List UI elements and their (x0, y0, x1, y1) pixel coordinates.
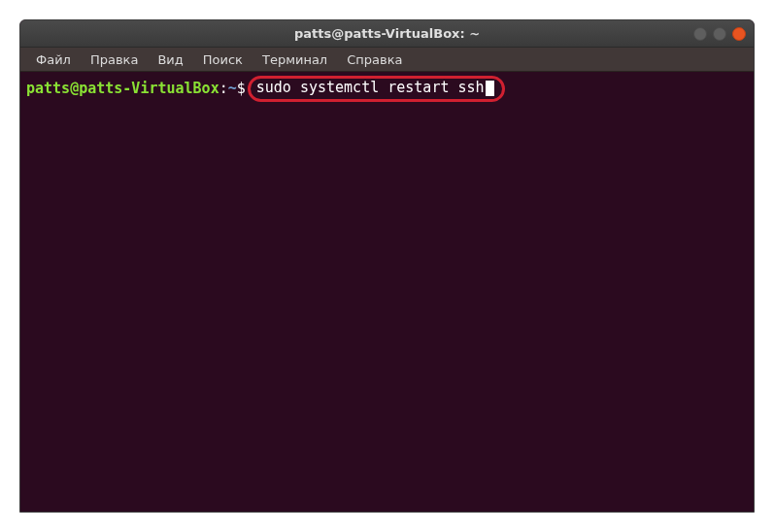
window-controls (693, 27, 746, 41)
menu-view[interactable]: Вид (150, 50, 190, 69)
menu-file[interactable]: Файл (28, 50, 79, 69)
prompt-colon: : (219, 80, 228, 99)
menubar: Файл Правка Вид Поиск Терминал Справка (20, 48, 754, 72)
prompt-dollar: $ (237, 80, 246, 99)
command-text: sudo systemctl restart ssh (256, 79, 485, 96)
prompt-line: patts@patts-VirtualBox:~$ sudo systemctl… (26, 76, 748, 102)
window-title: patts@patts-VirtualBox: ~ (294, 26, 480, 41)
menu-terminal[interactable]: Терминал (254, 50, 335, 69)
menu-search[interactable]: Поиск (195, 50, 251, 69)
minimize-button[interactable] (693, 27, 707, 41)
terminal-cursor (486, 81, 494, 96)
window-titlebar: patts@patts-VirtualBox: ~ (20, 20, 754, 48)
terminal-body[interactable]: patts@patts-VirtualBox:~$ sudo systemctl… (20, 72, 754, 512)
prompt-path: ~ (228, 80, 237, 99)
menu-edit[interactable]: Правка (83, 50, 146, 69)
command-highlight-annotation: sudo systemctl restart ssh (248, 76, 505, 102)
prompt-user: patts@patts-VirtualBox (26, 80, 219, 99)
menu-help[interactable]: Справка (339, 50, 410, 69)
close-button[interactable] (732, 27, 746, 41)
terminal-window: patts@patts-VirtualBox: ~ Файл Правка Ви… (19, 19, 755, 513)
maximize-button[interactable] (713, 27, 726, 41)
